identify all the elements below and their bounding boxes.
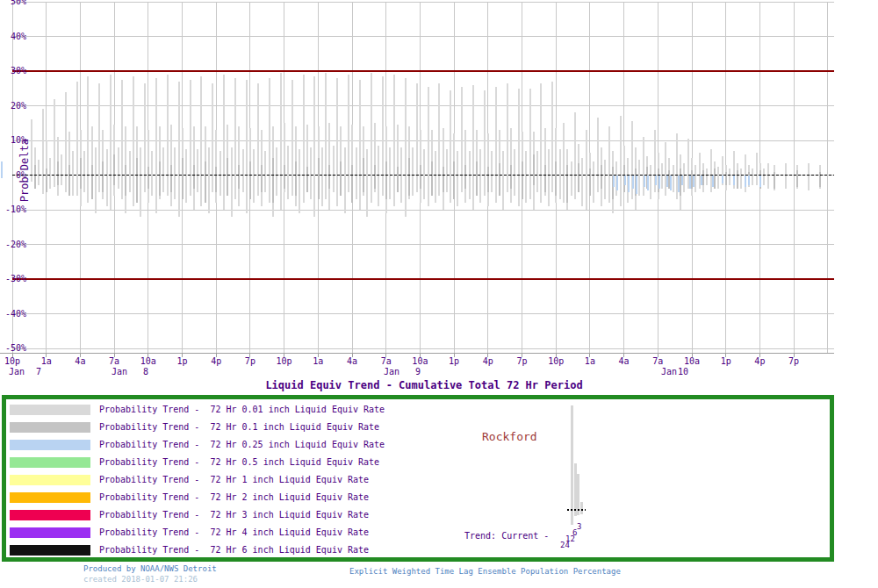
legend-swatch bbox=[10, 545, 90, 556]
footer-method-label: Explicit Weighted Time Lag Ensemble Popu… bbox=[349, 567, 621, 576]
x-tick-label: 4a bbox=[347, 357, 357, 366]
y-tick-label: 40% bbox=[0, 32, 26, 41]
y-tick-label: -50% bbox=[0, 344, 26, 353]
legend-label: Probability Trend - 72 Hr 1 inch Liquid … bbox=[99, 474, 369, 485]
x-tick-label: 1a bbox=[313, 357, 323, 366]
x-day-label: 9 bbox=[415, 368, 421, 376]
footer-produced-by: Produced by NOAA/NWS Detroit bbox=[83, 564, 217, 573]
x-tick-label: 7p bbox=[788, 357, 799, 366]
x-tick-label: 7a bbox=[109, 357, 119, 366]
x-day-label: 8 bbox=[143, 368, 148, 376]
legend-label: Probability Trend - 72 Hr 0.5 inch Liqui… bbox=[99, 456, 379, 468]
y-tick-label: -40% bbox=[0, 310, 26, 319]
x-tick-label: 4a bbox=[75, 357, 85, 366]
x-tick-label: 4p bbox=[483, 357, 493, 366]
legend-swatch bbox=[10, 405, 90, 415]
legend-label: Probability Trend - 72 Hr 0.25 inch Liqu… bbox=[99, 439, 385, 450]
station-name: Rockford bbox=[482, 430, 537, 443]
y-tick-label: -20% bbox=[0, 240, 26, 249]
x-day-label: 10 bbox=[678, 368, 688, 376]
legend-swatch bbox=[10, 510, 90, 520]
x-tick-label: 10p bbox=[548, 357, 564, 366]
x-tick-label: 10a bbox=[412, 357, 428, 366]
x-tick-label: 1a bbox=[585, 357, 595, 366]
page: { "chart_data": { "type": "bar", "subtyp… bbox=[0, 0, 878, 588]
footer-created-timestamp: created 2018-01-07 21:26 bbox=[83, 575, 198, 584]
x-tick-label: 4a bbox=[619, 357, 630, 366]
chart-title: Liquid Equiv Trend - Cumulative Total 72… bbox=[0, 379, 848, 391]
trend-current-label: Trend: Current - bbox=[464, 531, 549, 541]
legend-swatch bbox=[10, 475, 90, 485]
x-day-label: Jan bbox=[9, 368, 25, 376]
legend-swatch bbox=[10, 440, 90, 450]
x-tick-label: 10p bbox=[277, 357, 292, 366]
x-tick-label: 7p bbox=[516, 357, 527, 366]
legend-label: Probability Trend - 72 Hr 0.01 inch Liqu… bbox=[99, 404, 385, 415]
x-tick-label: 1a bbox=[41, 357, 52, 366]
legend-swatch bbox=[10, 422, 90, 433]
x-tick-label: 7a bbox=[652, 357, 663, 366]
x-tick-label: 1p bbox=[449, 357, 459, 366]
legend-label: Probability Trend - 72 Hr 2 inch Liquid … bbox=[99, 491, 369, 503]
x-day-label: Jan bbox=[384, 368, 399, 376]
legend-box: Probability Trend - 72 Hr 0.01 inch Liqu… bbox=[2, 395, 834, 562]
y-tick-label: -30% bbox=[0, 275, 26, 283]
legend-label: Probability Trend - 72 Hr 4 inch Liquid … bbox=[99, 527, 369, 538]
x-tick-label: 1p bbox=[721, 357, 731, 366]
legend-label: Probability Trend - 72 Hr 6 inch Liquid … bbox=[99, 544, 369, 556]
legend-swatch bbox=[10, 492, 90, 503]
y-axis-title: Prob Delta bbox=[18, 139, 31, 202]
x-tick-label: 10a bbox=[684, 357, 700, 366]
x-tick-label: 7a bbox=[381, 357, 392, 366]
x-day-label: Jan bbox=[661, 368, 677, 376]
legend-label: Probability Trend - 72 Hr 3 inch Liquid … bbox=[99, 509, 369, 520]
mini-hour-label: 24 bbox=[560, 541, 570, 549]
x-day-label: Jan bbox=[112, 368, 127, 376]
x-tick-label: 7p bbox=[245, 357, 255, 366]
x-tick-label: 10a bbox=[140, 357, 156, 366]
legend-label: Probability Trend - 72 Hr 0.1 inch Liqui… bbox=[99, 421, 379, 433]
mini-hour-label: 3 bbox=[577, 523, 581, 531]
x-tick-label: 10p bbox=[4, 357, 20, 366]
y-tick-label: -10% bbox=[0, 205, 26, 214]
x-day-label: 7 bbox=[36, 368, 41, 376]
legend-swatch bbox=[10, 457, 90, 468]
x-tick-label: 4p bbox=[754, 357, 765, 366]
x-tick-label: 4p bbox=[211, 357, 221, 366]
y-tick-label: 50% bbox=[0, 0, 26, 6]
y-tick-label: 20% bbox=[0, 102, 26, 111]
x-tick-label: 1p bbox=[176, 357, 187, 366]
legend-swatch bbox=[10, 527, 90, 538]
y-tick-label: 30% bbox=[0, 67, 26, 75]
